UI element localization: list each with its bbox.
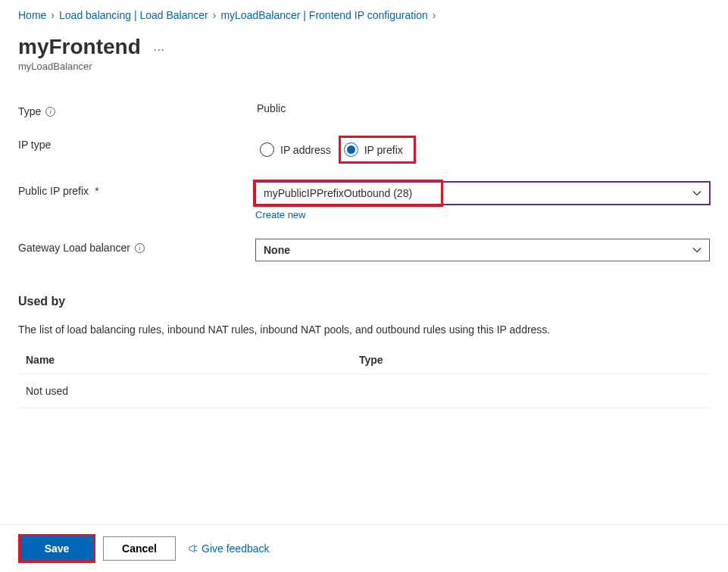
breadcrumb: Home › Load balancing | Load Balancer › … xyxy=(18,9,710,21)
ip-type-prefix-radio[interactable]: IP prefix xyxy=(341,138,411,161)
ip-type-address-radio[interactable]: IP address xyxy=(257,138,339,161)
gateway-lb-label: Gateway Load balancer xyxy=(18,242,130,254)
megaphone-icon xyxy=(188,543,198,554)
table-row: Not used xyxy=(18,374,710,408)
public-ip-prefix-value: myPublicIPPrefixOutbound (28) xyxy=(264,187,412,199)
page-subtitle: myLoadBalancer xyxy=(18,61,710,72)
give-feedback-link[interactable]: Give feedback xyxy=(188,542,270,555)
gateway-lb-dropdown[interactable]: None xyxy=(255,239,710,261)
type-value: Public xyxy=(257,102,710,114)
chevron-down-icon xyxy=(692,189,701,198)
public-ip-prefix-label: Public IP prefix xyxy=(18,185,89,197)
give-feedback-label: Give feedback xyxy=(202,542,270,555)
column-type: Type xyxy=(359,354,702,366)
save-button[interactable]: Save xyxy=(20,536,93,561)
used-by-empty: Not used xyxy=(26,385,359,397)
cancel-button[interactable]: Cancel xyxy=(103,536,176,561)
breadcrumb-load-balancing[interactable]: Load balancing | Load Balancer xyxy=(59,9,208,21)
highlight-box: Save xyxy=(18,534,95,563)
highlight-box: IP prefix xyxy=(339,136,416,164)
used-by-heading: Used by xyxy=(18,295,710,308)
ip-type-radio-group: IP address IP prefix xyxy=(257,136,710,164)
chevron-down-icon xyxy=(692,245,701,255)
gateway-lb-value: None xyxy=(264,244,290,256)
info-icon[interactable]: i xyxy=(135,243,145,253)
column-name: Name xyxy=(26,354,359,366)
chevron-right-icon: › xyxy=(213,9,217,21)
radio-unchecked-icon xyxy=(260,142,274,157)
used-by-description: The list of load balancing rules, inboun… xyxy=(18,324,710,336)
more-actions-button[interactable]: … xyxy=(150,37,169,57)
ip-type-address-label: IP address xyxy=(280,144,331,156)
chevron-right-icon: › xyxy=(433,9,436,21)
radio-checked-icon xyxy=(344,142,358,157)
breadcrumb-frontend-ip[interactable]: myLoadBalancer | Frontend IP configurati… xyxy=(220,9,427,21)
breadcrumb-home[interactable]: Home xyxy=(18,9,46,21)
page-title: myFrontend xyxy=(18,35,141,59)
create-new-link[interactable]: Create new xyxy=(255,209,305,220)
type-label: Type xyxy=(18,105,41,117)
chevron-right-icon: › xyxy=(51,9,55,21)
ip-type-prefix-label: IP prefix xyxy=(364,144,403,156)
used-by-table-header: Name Type xyxy=(18,354,710,374)
required-indicator: * xyxy=(95,185,98,197)
footer-bar: Save Cancel Give feedback xyxy=(0,524,728,572)
ip-type-label: IP type xyxy=(18,139,51,151)
public-ip-prefix-dropdown[interactable]: myPublicIPPrefixOutbound (28) xyxy=(255,182,710,205)
info-icon[interactable]: i xyxy=(45,107,55,117)
